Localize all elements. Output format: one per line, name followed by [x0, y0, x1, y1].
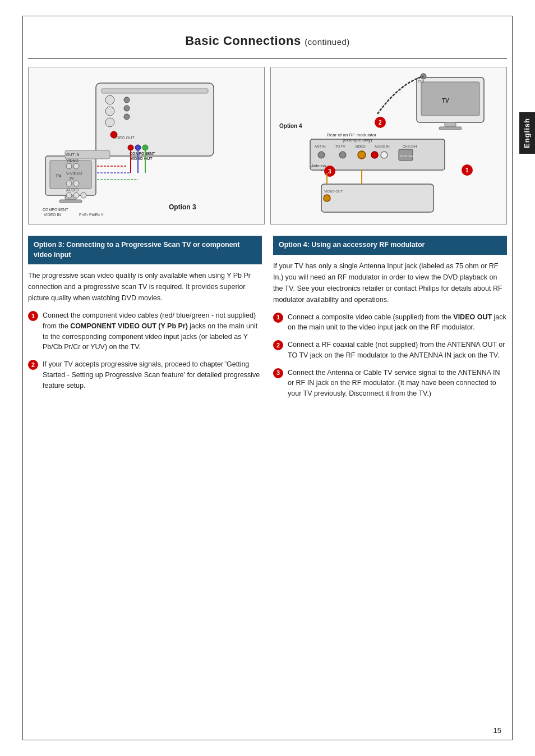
svg-point-33 [66, 181, 72, 186]
step4-3-text: Connect the Antenna or Cable TV service … [288, 368, 507, 399]
svg-text:COMPONENT: COMPONENT [43, 208, 68, 212]
svg-point-62 [371, 152, 378, 158]
page-border-right [512, 16, 513, 740]
title-continued: (continued) [305, 37, 350, 47]
svg-rect-22 [59, 200, 82, 203]
title-divider [28, 58, 507, 59]
step-num-4-2: 2 [273, 340, 283, 350]
svg-text:Rear of an RF modulator: Rear of an RF modulator [327, 132, 376, 138]
svg-point-38 [81, 193, 86, 198]
svg-text:S-VIDEO: S-VIDEO [66, 171, 82, 175]
svg-point-29 [66, 163, 72, 169]
title-text: Basic Connections [185, 34, 301, 48]
svg-point-36 [66, 193, 72, 198]
svg-point-61 [358, 151, 366, 159]
svg-text:(example only): (example only) [343, 138, 372, 143]
option3-step2: 2 If your TV accepts progressive signals… [28, 359, 262, 391]
svg-text:CH3 CH4: CH3 CH4 [403, 145, 417, 148]
diagrams-row: VIDEO OUT COMPONENT VIDEO OUT TV [28, 67, 507, 224]
option3-step1: 1 Connect the component video cables (re… [28, 310, 262, 352]
language-tab: English [519, 112, 535, 154]
svg-rect-47 [439, 127, 462, 130]
svg-point-3 [105, 107, 114, 116]
svg-point-14 [142, 145, 148, 150]
svg-text:AUDIO IN: AUDIO IN [375, 145, 390, 148]
step-num-4-3: 3 [273, 368, 283, 378]
page-title: Basic Connections (continued) [28, 34, 507, 48]
page-border-bottom [22, 740, 513, 740]
svg-text:TO TV: TO TV [335, 145, 345, 148]
step2-text: If your TV accepts progressive signals, … [43, 359, 262, 391]
svg-point-9 [110, 131, 117, 138]
svg-rect-1 [102, 89, 208, 93]
svg-point-59 [318, 152, 325, 158]
diagram-option4-svg: TV ANT 75Ω 2 ANT IN TO TV VIDEO [275, 72, 502, 218]
step-num-1: 1 [28, 311, 38, 321]
option3-column: Option 3: Connecting to a Progressive Sc… [28, 236, 262, 406]
svg-text:IN: IN [70, 176, 73, 180]
svg-point-34 [73, 181, 79, 186]
svg-point-2 [105, 95, 114, 104]
option3-header: Option 3: Connecting to a Progressive Sc… [28, 236, 262, 264]
page-border-left [22, 16, 23, 740]
svg-text:Option 4: Option 4 [279, 123, 302, 129]
svg-rect-46 [445, 122, 456, 127]
step-num-4-1: 1 [273, 313, 283, 323]
option4-body: If your TV has only a single Antenna Inp… [273, 260, 507, 305]
option3-body: The progressive scan video quality is on… [28, 270, 262, 304]
svg-text:COMPONENT: COMPONENT [130, 152, 155, 155]
svg-text:Pr/Er Pb/Eb Y: Pr/Er Pb/Eb Y [79, 213, 104, 217]
svg-point-6 [124, 106, 130, 111]
svg-text:VIDEO IN: VIDEO IN [44, 213, 61, 217]
svg-point-7 [124, 114, 130, 120]
svg-text:VIDEO OUT: VIDEO OUT [324, 190, 343, 193]
svg-point-4 [105, 118, 114, 127]
svg-text:AUDIO: AUDIO [66, 188, 79, 192]
svg-text:1: 1 [465, 167, 469, 173]
svg-point-60 [339, 152, 346, 158]
svg-text:OUT   IN: OUT IN [66, 153, 80, 157]
svg-text:75Ω: 75Ω [418, 80, 425, 83]
svg-text:3: 3 [328, 168, 331, 175]
svg-text:VIDEO: VIDEO [355, 145, 366, 148]
step1-text: Connect the component video cables (red/… [43, 310, 262, 352]
option4-step1: 1 Connect a composite video cable (suppl… [273, 312, 507, 333]
diagram-option4: TV ANT 75Ω 2 ANT IN TO TV VIDEO [270, 67, 507, 224]
svg-text:ANT IN: ANT IN [315, 145, 326, 148]
svg-point-13 [135, 145, 141, 150]
svg-point-76 [324, 195, 330, 201]
svg-text:VIDEO OUT: VIDEO OUT [131, 157, 153, 161]
step-num-2: 2 [28, 360, 38, 370]
svg-text:TV: TV [56, 173, 62, 178]
page-border-top [22, 16, 513, 16]
svg-text:TV: TV [442, 98, 449, 104]
svg-point-30 [73, 163, 79, 169]
step4-1-text: Connect a composite video cable (supplie… [288, 312, 507, 333]
svg-text:VIDEO: VIDEO [66, 158, 79, 162]
svg-rect-74 [321, 184, 433, 212]
svg-point-12 [128, 145, 133, 150]
option4-column: Option 4: Using an accessory RF modulato… [273, 236, 507, 406]
svg-text:Option 3: Option 3 [169, 203, 196, 211]
content-area: Basic Connections (continued) VIDEO OUT [28, 22, 507, 734]
svg-point-63 [381, 152, 388, 158]
svg-point-5 [124, 97, 130, 103]
option4-step3: 3 Connect the Antenna or Cable TV servic… [273, 368, 507, 399]
svg-text:2: 2 [379, 120, 382, 126]
option3-steps: 1 Connect the component video cables (re… [28, 310, 262, 391]
step4-2-text: Connect a RF coaxial cable (not supplied… [288, 340, 507, 361]
option4-step2: 2 Connect a RF coaxial cable (not suppli… [273, 340, 507, 361]
option4-header: Option 4: Using an accessory RF modulato… [273, 236, 507, 255]
text-columns: Option 3: Connecting to a Progressive Sc… [28, 236, 507, 406]
svg-rect-44 [421, 82, 479, 116]
svg-point-37 [73, 193, 79, 198]
diagram-option3: VIDEO OUT COMPONENT VIDEO OUT TV [28, 67, 265, 224]
svg-text:CH3 CH4: CH3 CH4 [400, 154, 414, 158]
option4-steps: 1 Connect a composite video cable (suppl… [273, 312, 507, 399]
diagram-option3-svg: VIDEO OUT COMPONENT VIDEO OUT TV [33, 72, 260, 218]
svg-text:Antenna: Antenna [311, 164, 326, 168]
